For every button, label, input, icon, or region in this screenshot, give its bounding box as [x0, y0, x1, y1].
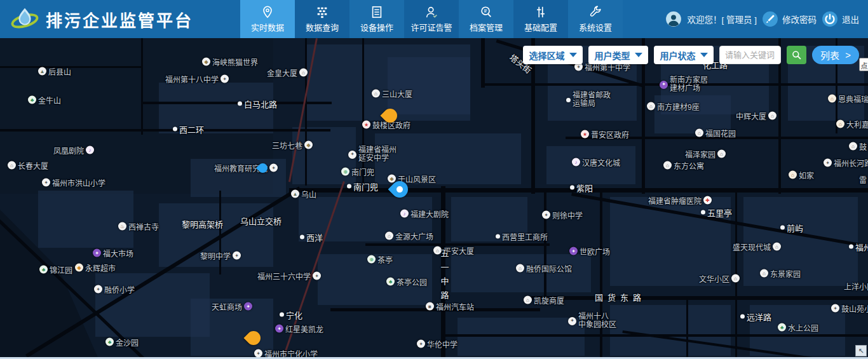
school-icon: ✦ [831, 304, 839, 313]
poi-label: ⌂东方公寓 [663, 160, 704, 171]
label-text: 三山大厦 [382, 88, 412, 99]
gov-icon: ★ [362, 121, 370, 129]
label-text: 三坊七巷 [272, 140, 302, 151]
label-text: 福州第十八中学 [165, 74, 219, 85]
map-marker-orange[interactable] [383, 109, 397, 123]
logout-label: 退出 [842, 13, 859, 25]
map-dot-icon [300, 235, 304, 240]
label-text: 茶亭公园 [397, 276, 427, 287]
nav-tab-5[interactable]: 档案管理 [459, 0, 513, 38]
change-password-button[interactable]: 修改密码 [762, 11, 817, 27]
label-text: 西洋 [306, 231, 323, 243]
nav-tab-4[interactable]: 许可证告警 [404, 0, 459, 38]
label-text: 后县山 [48, 66, 71, 77]
user-status-select[interactable]: 用户状态 [654, 46, 714, 64]
pencil-icon [762, 11, 778, 27]
logout-button[interactable]: 退出 [822, 11, 859, 27]
theater-icon: ♪ [86, 146, 94, 154]
label-text: 福大市场 [103, 248, 133, 259]
poi-label: ⊕茶亭 [367, 254, 393, 265]
label-text: 福泽家园 [685, 149, 715, 159]
label-text: 南门兜 [351, 166, 374, 177]
label-text: 金牛山 [38, 95, 61, 105]
label-text: 鼓山苑小区 [841, 303, 868, 314]
building-icon: ⌂ [372, 90, 380, 98]
welcome-text: 欢迎您！[ 管理员 ] [687, 13, 757, 25]
label-text: 黎明高架桥 [182, 218, 223, 230]
map-dot-icon [701, 210, 705, 215]
metro-icon: ⊕ [367, 255, 376, 264]
nav-tab-3[interactable]: 设备操作 [349, 0, 404, 38]
poi-label: ✦福州市洪山小学 [42, 177, 105, 188]
nav-tab-1[interactable]: 实时数据 [240, 0, 295, 38]
poi-label: ⌂三山大厦 [372, 88, 412, 99]
map-dot-icon [780, 226, 785, 230]
user-type-select[interactable]: 用户类型 [588, 46, 648, 64]
school-icon: ✦ [42, 179, 50, 187]
poi-label: ◆海峡熊猫世界 [202, 57, 258, 67]
metro-icon: ⊕ [341, 168, 349, 176]
label-text: 长春大厦 [18, 160, 48, 171]
region-select[interactable]: 选择区域 [523, 46, 583, 64]
building-icon: ⌂ [695, 129, 703, 137]
document-icon [370, 5, 384, 19]
nav-tab-6[interactable]: 基础配置 [513, 0, 568, 38]
supermarket-icon: ◆ [75, 264, 83, 272]
poi-label: ⌂大利嘉 [836, 119, 868, 130]
label-text: 则徐中学 [552, 210, 583, 220]
edge-point-control[interactable]: 点 [859, 58, 868, 71]
park-icon: ♣ [39, 266, 48, 274]
school-icon: ✦ [233, 252, 241, 260]
poi-label: ✦融侨小学 [94, 284, 135, 295]
poi-label: ✦福建省福州延安中学 [348, 146, 397, 163]
label-text: 晋安区政府 [591, 129, 629, 140]
road-label: 紫阳 [570, 182, 593, 194]
road-label: 福州 [849, 241, 868, 253]
poi-label: ⌂如家 [789, 170, 814, 180]
label-text: 五一中路 [438, 249, 451, 305]
chevron-down-icon [635, 53, 642, 57]
pan-reset-control[interactable]: ↖ [855, 345, 867, 356]
nav-tab-label: 系统设置 [579, 21, 612, 33]
label-text: 福建省邮政运输局 [573, 91, 611, 108]
building-icon: ⌂ [773, 243, 781, 251]
label-text: 金沙园 [116, 337, 139, 348]
building-icon: ⌂ [516, 264, 524, 273]
list-button[interactable]: 列表 > [812, 46, 859, 64]
poi-label: ⌂南方建材9座 [647, 101, 700, 112]
school-icon: ✦ [220, 75, 229, 83]
label-text: 福建省福州延安中学 [358, 146, 397, 163]
road-label: 五里亭 [701, 207, 732, 219]
user-type-select-label: 用户类型 [595, 49, 630, 62]
map-dot-icon [740, 315, 745, 319]
poi-label: ✦新南方家居建材广场 [660, 76, 708, 93]
search-input[interactable] [719, 46, 781, 64]
road-label: 乌山立交桥 [240, 215, 281, 227]
gov-icon: ★ [581, 130, 589, 139]
hotel-icon: ⌂ [789, 171, 797, 179]
temple-icon: ♨ [118, 222, 126, 231]
nav-tab-2[interactable]: 数据查询 [295, 0, 349, 38]
map-toolbar: 选择区域 用户类型 用户状态 列表 > [523, 46, 859, 64]
shopping-icon: ✦ [275, 325, 283, 333]
search-button[interactable] [787, 46, 806, 64]
map-marker-blue[interactable] [391, 181, 408, 198]
label-text: 黎明中学 [200, 250, 231, 261]
map-marker-orange[interactable] [247, 331, 261, 345]
road-label: 西洋 [300, 231, 323, 243]
poi-label: ♣水上公园 [778, 322, 818, 333]
road-label: 远洋路 [740, 311, 771, 323]
shopping-icon: ✦ [569, 247, 578, 255]
poi-label: 福州教育研究院✦ [214, 163, 278, 173]
label-text: 金皇大厦 [267, 67, 297, 78]
label-text: 前屿 [787, 222, 803, 234]
brand: 排污企业监管平台 [10, 0, 193, 38]
main-nav: 实时数据数据查询设备操作许可证告警档案管理基础配置系统设置 [240, 0, 623, 38]
label-text: 福州市洪山小学 [52, 177, 105, 188]
map-marker-blue[interactable] [258, 163, 268, 173]
poi-label: ⌂凯旋商厦 [524, 295, 564, 306]
label-text: 西二环 [179, 123, 204, 135]
label-text: 融侨小学 [104, 284, 135, 295]
poi-label: ✦则徐中学 [542, 210, 583, 220]
nav-tab-7[interactable]: 系统设置 [568, 0, 623, 38]
